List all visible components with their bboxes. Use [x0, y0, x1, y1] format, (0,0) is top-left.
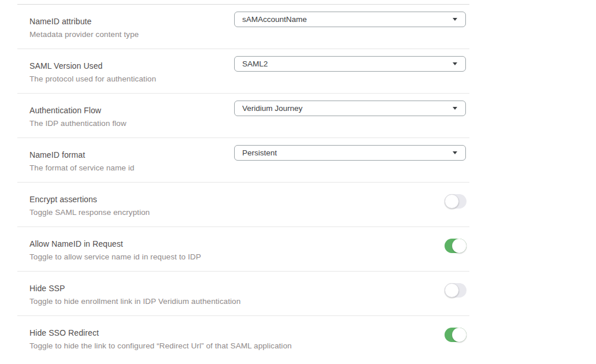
dropdown-selected-value: sAMAccountName [242, 15, 453, 24]
caret-down-icon [453, 18, 457, 21]
row-control-block: Persistent [234, 138, 469, 161]
setting-description: Toggle SAML response encryption [29, 207, 445, 218]
caret-down-icon [453, 151, 457, 154]
row-text-block: SAML Version Used The protocol used for … [29, 49, 234, 84]
settings-row-nameid-attribute: NameID attribute Metadata provider conte… [17, 5, 469, 49]
saml-version-used-dropdown[interactable]: SAML2 [234, 56, 466, 72]
setting-description: Toggle to hide enrollment link in IDP Ve… [29, 296, 445, 307]
row-text-block: NameID format The format of service name… [29, 138, 234, 173]
toggle-knob [452, 239, 467, 253]
toggle-knob [445, 283, 459, 298]
setting-label: SAML Version Used [29, 61, 234, 72]
settings-row-allow-nameid-in-request: Allow NameID in Request Toggle to allow … [17, 227, 469, 272]
settings-row-hide-ssp: Hide SSP Toggle to hide enrollment link … [17, 272, 469, 316]
allow-nameid-in-request-toggle[interactable] [445, 239, 467, 253]
settings-row-nameid-format: NameID format The format of service name… [17, 138, 469, 183]
setting-label: Hide SSP [29, 283, 445, 294]
setting-label: Authentication Flow [29, 105, 234, 116]
settings-row-saml-version-used: SAML Version Used The protocol used for … [17, 49, 469, 94]
hide-sso-redirect-toggle[interactable] [445, 328, 467, 342]
row-control-block [445, 316, 469, 342]
setting-label: Allow NameID in Request [29, 239, 445, 250]
setting-label: NameID format [29, 150, 234, 161]
setting-description: Toggle to hide the link to configured “R… [29, 341, 445, 351]
encrypt-assertions-toggle[interactable] [445, 194, 467, 209]
row-text-block: Hide SSP Toggle to hide enrollment link … [29, 272, 445, 307]
row-text-block: Allow NameID in Request Toggle to allow … [29, 227, 445, 262]
setting-label: NameID attribute [29, 16, 234, 27]
setting-description: The IDP authentication flow [29, 118, 234, 129]
row-text-block: NameID attribute Metadata provider conte… [29, 5, 234, 40]
row-control-block [445, 183, 469, 209]
saml-settings-form: NameID attribute Metadata provider conte… [17, 4, 469, 361]
dropdown-selected-value: Persistent [242, 148, 453, 157]
caret-down-icon [453, 107, 457, 110]
dropdown-selected-value: Veridium Journey [242, 104, 453, 113]
setting-description: The protocol used for authentication [29, 74, 234, 84]
row-text-block: Encrypt assertions Toggle SAML response … [29, 183, 445, 218]
row-text-block: Authentication Flow The IDP authenticati… [29, 94, 234, 129]
setting-description: The format of service name id [29, 163, 234, 173]
row-control-block: sAMAccountName [234, 5, 469, 27]
setting-label: Hide SSO Redirect [29, 328, 445, 339]
settings-row-hide-sso-redirect: Hide SSO Redirect Toggle to hide the lin… [17, 316, 469, 361]
settings-row-authentication-flow: Authentication Flow The IDP authenticati… [17, 94, 469, 138]
setting-description: Toggle to allow service name id in reque… [29, 252, 445, 262]
row-control-block: SAML2 [234, 49, 469, 72]
toggle-knob [445, 194, 459, 209]
hide-ssp-toggle[interactable] [445, 283, 467, 298]
setting-description: Metadata provider content type [29, 29, 234, 40]
row-control-block [445, 227, 469, 253]
dropdown-selected-value: SAML2 [242, 60, 453, 68]
row-control-block [445, 272, 469, 298]
nameid-attribute-dropdown[interactable]: sAMAccountName [234, 12, 466, 27]
nameid-format-dropdown[interactable]: Persistent [234, 145, 466, 161]
row-text-block: Hide SSO Redirect Toggle to hide the lin… [29, 316, 445, 351]
toggle-knob [452, 328, 467, 342]
caret-down-icon [453, 62, 457, 65]
row-control-block: Veridium Journey [234, 94, 469, 116]
authentication-flow-dropdown[interactable]: Veridium Journey [234, 101, 466, 116]
setting-label: Encrypt assertions [29, 194, 445, 205]
settings-row-encrypt-assertions: Encrypt assertions Toggle SAML response … [17, 183, 469, 227]
